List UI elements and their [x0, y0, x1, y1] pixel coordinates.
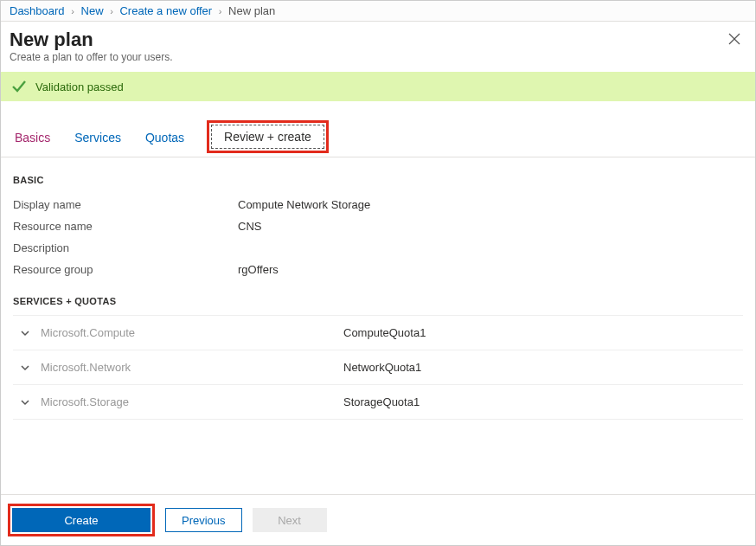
service-name: Microsoft.Storage [41, 395, 343, 408]
tab-services[interactable]: Services [73, 124, 123, 153]
tabs: Basics Services Quotas Review + create [1, 120, 755, 157]
label-resource-name: Resource name [13, 220, 238, 233]
section-label-basic: BASIC [13, 175, 743, 185]
breadcrumb-link-new[interactable]: New [81, 4, 104, 17]
chevron-down-icon [16, 397, 34, 408]
service-name: Microsoft.Network [41, 361, 343, 374]
chevron-down-icon [16, 363, 34, 373]
value-resource-group: rgOffers [238, 263, 279, 276]
tab-review-create[interactable]: Review + create [207, 120, 329, 153]
service-name: Microsoft.Compute [41, 326, 343, 339]
page-header: New plan Create a plan to offer to your … [1, 22, 755, 72]
quota-name: NetworkQuota1 [343, 361, 421, 374]
row-display-name: Display name Compute Network Storage [13, 194, 743, 215]
services-quotas-list: Microsoft.Compute ComputeQuota1 Microsof… [13, 315, 743, 420]
create-button-highlight: Create [8, 504, 155, 536]
breadcrumb-separator: › [219, 6, 222, 16]
label-resource-group: Resource group [13, 263, 238, 276]
breadcrumb-separator: › [71, 6, 74, 16]
value-display-name: Compute Network Storage [238, 198, 370, 211]
validation-message: Validation passed [35, 80, 124, 93]
content: BASIC Display name Compute Network Stora… [1, 157, 755, 420]
row-resource-name: Resource name CNS [13, 215, 743, 237]
page-subtitle: Create a plan to offer to your users. [10, 51, 743, 63]
quota-name: ComputeQuota1 [343, 326, 426, 339]
service-row-storage[interactable]: Microsoft.Storage StorageQuota1 [13, 385, 743, 420]
previous-button[interactable]: Previous [165, 508, 242, 532]
label-display-name: Display name [13, 198, 238, 211]
service-row-network[interactable]: Microsoft.Network NetworkQuota1 [13, 350, 743, 385]
breadcrumb: Dashboard › New › Create a new offer › N… [1, 1, 755, 22]
close-icon [728, 33, 740, 45]
breadcrumb-link-create-offer[interactable]: Create a new offer [119, 4, 212, 17]
tab-basics[interactable]: Basics [13, 124, 52, 153]
value-resource-name: CNS [238, 220, 261, 233]
row-description: Description [13, 237, 743, 259]
close-button[interactable] [726, 30, 743, 48]
tab-quotas[interactable]: Quotas [144, 124, 186, 153]
tab-review-create-label: Review + create [211, 125, 324, 149]
breadcrumb-separator: › [110, 6, 113, 16]
label-description: Description [13, 241, 238, 254]
page-title: New plan [10, 29, 743, 51]
services-quotas-section: SERVICES + QUOTAS Microsoft.Compute Comp… [13, 296, 743, 420]
breadcrumb-link-dashboard[interactable]: Dashboard [10, 4, 65, 17]
row-resource-group: Resource group rgOffers [13, 259, 743, 280]
next-button: Next [253, 508, 327, 532]
create-button[interactable]: Create [12, 508, 151, 532]
breadcrumb-current: New plan [228, 4, 275, 17]
validation-banner: Validation passed [1, 72, 755, 101]
quota-name: StorageQuota1 [343, 395, 420, 408]
footer: Create Previous Next [1, 494, 755, 545]
section-label-services-quotas: SERVICES + QUOTAS [13, 296, 743, 306]
chevron-down-icon [16, 328, 34, 338]
service-row-compute[interactable]: Microsoft.Compute ComputeQuota1 [13, 315, 743, 350]
check-icon [11, 79, 27, 94]
